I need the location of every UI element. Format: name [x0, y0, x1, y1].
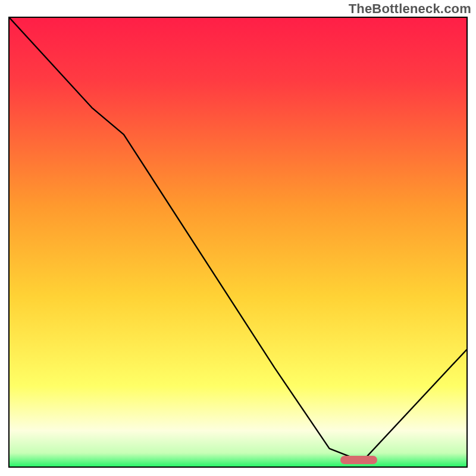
plot-area — [8, 17, 468, 468]
watermark-text: TheBottleneck.com — [349, 1, 471, 17]
chart-svg — [10, 18, 466, 466]
chart-stage: TheBottleneck.com — [0, 0, 476, 476]
optimum-marker — [340, 456, 377, 464]
gradient-background — [10, 18, 466, 466]
